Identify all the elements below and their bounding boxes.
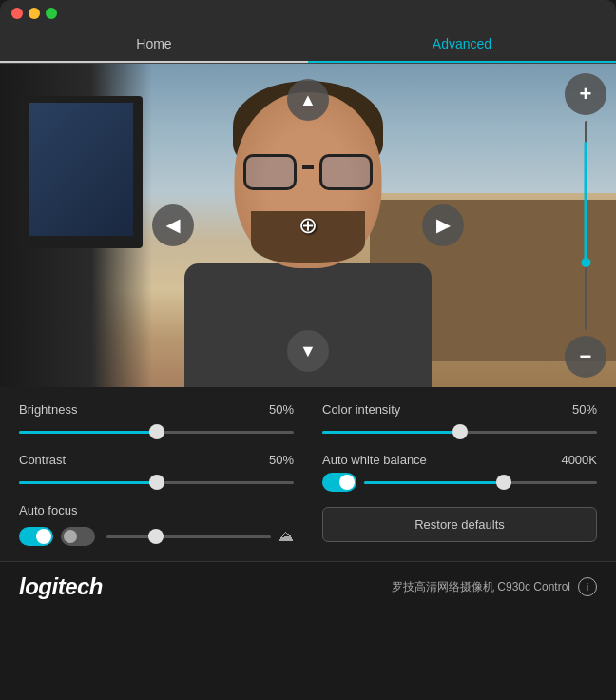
zoom-thumb-dot	[581, 258, 590, 267]
camera-name-label: 罗技高清网络摄像机 C930c Control	[392, 579, 570, 595]
awb-thumb[interactable]	[496, 475, 511, 490]
camera-left-button[interactable]: ◀	[152, 204, 194, 246]
awb-slider-row	[322, 473, 597, 492]
restore-defaults-row: Restore defaults	[322, 503, 597, 546]
logitech-logo: logitech	[19, 574, 103, 600]
bottom-bar: logitech 罗技高清网络摄像机 C930c Control i	[0, 561, 616, 612]
contrast-label-row: Contrast 50%	[19, 453, 294, 467]
awb-label-row: Auto white balance 4000K	[322, 453, 597, 467]
af-thumb[interactable]	[148, 529, 164, 544]
zoom-in-button[interactable]: +	[565, 73, 606, 115]
brightness-value: 50%	[269, 402, 294, 417]
brightness-label-row: Brightness 50%	[19, 402, 294, 417]
contrast-fill	[19, 481, 157, 484]
tab-bar: Home Advanced	[0, 27, 616, 64]
color-intensity-control: Color intensity 50%	[322, 402, 597, 441]
af-track	[106, 535, 271, 538]
info-icon[interactable]: i	[578, 577, 597, 596]
color-intensity-fill	[322, 431, 460, 434]
brightness-control: Brightness 50%	[19, 402, 294, 441]
awb-track	[364, 481, 597, 484]
camera-controls: ▲ ▼ ◀ ▶ ⊕	[0, 64, 616, 387]
auto-focus-toggle-2[interactable]	[61, 527, 95, 546]
awb-slider-container	[364, 481, 597, 484]
contrast-track	[19, 481, 294, 484]
restore-defaults-container: Restore defaults	[322, 503, 597, 546]
zoom-track	[585, 121, 587, 330]
camera-down-button[interactable]: ▼	[287, 330, 329, 372]
contrast-control: Contrast 50%	[19, 453, 294, 492]
color-intensity-track	[322, 431, 597, 434]
color-intensity-label-row: Color intensity 50%	[322, 402, 597, 417]
tab-home[interactable]: Home	[0, 27, 308, 63]
camera-view: ▲ ▼ ◀ ▶ ⊕ + −	[0, 64, 616, 387]
brightness-label: Brightness	[19, 402, 77, 417]
controls-panel: Brightness 50% Color intensity 50%	[0, 387, 616, 561]
color-intensity-slider[interactable]	[322, 422, 597, 441]
title-bar	[0, 0, 616, 27]
camera-up-button[interactable]: ▲	[287, 79, 329, 121]
af-mountain-icon[interactable]: ⛰	[279, 528, 294, 545]
auto-focus-control: Auto focus ⛰	[19, 503, 294, 546]
camera-right-button[interactable]: ▶	[422, 204, 464, 246]
contrast-thumb[interactable]	[149, 475, 164, 490]
restore-defaults-button[interactable]: Restore defaults	[322, 507, 597, 542]
brightness-fill	[19, 431, 157, 434]
brightness-thumb[interactable]	[149, 424, 164, 439]
brightness-track	[19, 431, 294, 434]
toggle-2-knob	[64, 530, 77, 543]
color-intensity-label: Color intensity	[322, 402, 400, 417]
close-button[interactable]	[11, 8, 23, 19]
bottom-right: 罗技高清网络摄像机 C930c Control i	[392, 577, 597, 596]
contrast-label: Contrast	[19, 453, 66, 467]
auto-white-balance-control: Auto white balance 4000K	[322, 453, 597, 492]
contrast-value: 50%	[269, 453, 294, 467]
awb-toggle-knob	[339, 475, 355, 490]
zoom-out-button[interactable]: −	[565, 336, 606, 378]
zoom-fill	[585, 142, 587, 267]
auto-focus-toggle-knob	[36, 529, 51, 544]
brightness-slider[interactable]	[19, 422, 294, 441]
minimize-button[interactable]	[29, 8, 40, 19]
color-intensity-thumb[interactable]	[452, 424, 468, 439]
camera-center-icon: ⊕	[291, 208, 325, 243]
awb-value: 4000K	[561, 453, 597, 467]
auto-focus-toggle[interactable]	[19, 527, 53, 546]
traffic-lights	[11, 8, 57, 19]
maximize-button[interactable]	[46, 8, 57, 19]
auto-focus-label: Auto focus	[19, 503, 294, 517]
color-intensity-value: 50%	[572, 402, 597, 417]
awb-label: Auto white balance	[322, 453, 427, 467]
contrast-slider[interactable]	[19, 473, 294, 492]
auto-focus-row: ⛰	[19, 527, 294, 546]
controls-grid: Brightness 50% Color intensity 50%	[19, 402, 597, 546]
tab-advanced[interactable]: Advanced	[308, 27, 616, 63]
awb-fill	[364, 481, 504, 484]
zoom-panel: + −	[565, 73, 606, 378]
awb-toggle[interactable]	[322, 473, 356, 492]
